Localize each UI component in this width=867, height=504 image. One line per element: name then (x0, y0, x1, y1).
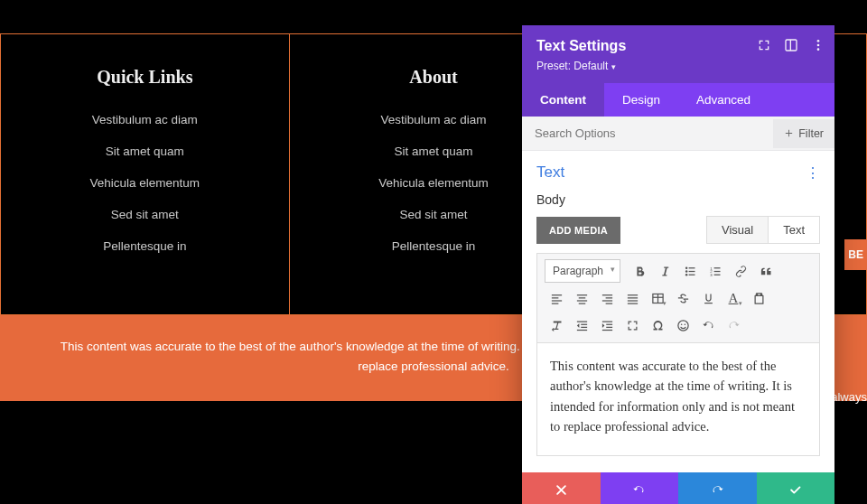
filter-button[interactable]: Filter (773, 119, 834, 148)
footer-link[interactable]: Sit amet quam (10, 145, 280, 158)
paste-button[interactable] (747, 286, 770, 310)
kebab-menu-icon[interactable] (811, 38, 825, 52)
svg-point-2 (817, 40, 820, 42)
align-left-button[interactable] (545, 286, 568, 310)
section-kebab-icon[interactable]: ⋮ (806, 164, 820, 182)
svg-point-45 (680, 323, 682, 325)
svg-rect-14 (713, 270, 720, 271)
close-icon (555, 483, 568, 497)
align-justify-icon (626, 292, 639, 305)
modal-tabs: Content Design Advanced (522, 83, 834, 117)
editor-textarea[interactable]: This content was accurate to the best of… (536, 342, 820, 456)
editor-mode-visual[interactable]: Visual (707, 217, 768, 243)
add-media-button[interactable]: ADD MEDIA (536, 217, 620, 244)
bold-button[interactable] (628, 259, 651, 283)
svg-rect-18 (551, 297, 558, 298)
search-row: Filter (522, 117, 834, 151)
quote-icon (760, 265, 773, 278)
modal-header[interactable]: Text Settings Preset: Default▾ (522, 25, 834, 83)
align-right-button[interactable] (595, 286, 619, 310)
svg-rect-23 (576, 300, 586, 301)
svg-rect-6 (688, 267, 695, 268)
underline-button[interactable] (696, 286, 720, 310)
svg-rect-37 (581, 323, 587, 324)
subscribe-button-peek[interactable]: BE (844, 239, 867, 270)
blockquote-button[interactable] (754, 259, 778, 283)
svg-rect-25 (601, 294, 611, 295)
discard-button[interactable] (522, 472, 601, 504)
italic-button[interactable] (653, 259, 676, 283)
svg-rect-12 (713, 267, 720, 268)
bullet-list-button[interactable] (678, 259, 702, 283)
svg-rect-17 (551, 294, 561, 295)
paragraph-select[interactable]: Paragraph (545, 259, 620, 283)
numbered-list-button[interactable]: 123 (704, 259, 727, 283)
svg-point-3 (817, 44, 820, 47)
svg-rect-32 (627, 303, 637, 303)
chevron-down-icon: ▾ (739, 300, 742, 307)
svg-rect-22 (578, 297, 585, 298)
align-center-button[interactable] (570, 286, 593, 310)
tab-content[interactable]: Content (522, 83, 604, 117)
filter-label: Filter (798, 127, 824, 140)
link-button[interactable] (729, 259, 752, 283)
omega-icon (651, 319, 665, 332)
svg-rect-29 (627, 294, 637, 295)
editor-mode-text[interactable]: Text (768, 217, 819, 243)
preset-dropdown[interactable]: Preset: Default▾ (536, 60, 820, 72)
footer-link[interactable]: Pellentesque in (10, 239, 280, 253)
section-title-text[interactable]: Text (536, 163, 564, 182)
redo-button[interactable] (722, 313, 745, 337)
svg-rect-31 (627, 300, 637, 301)
indent-button[interactable] (595, 313, 619, 337)
svg-point-9 (685, 274, 687, 276)
tab-advanced[interactable]: Advanced (678, 83, 769, 117)
text-settings-modal: Text Settings Preset: Default▾ Content D… (522, 25, 834, 504)
footer-link[interactable]: Sed sit amet (10, 208, 280, 221)
svg-point-4 (817, 48, 820, 51)
chevron-down-icon: ▾ (611, 62, 616, 71)
modal-footer (522, 472, 834, 504)
svg-rect-8 (688, 270, 695, 271)
svg-rect-26 (605, 297, 612, 298)
align-center-icon (575, 292, 589, 305)
emoji-button[interactable] (671, 313, 695, 337)
fullscreen-button[interactable] (620, 313, 644, 337)
undo-button[interactable] (696, 313, 720, 337)
redo-action-button[interactable] (678, 472, 757, 504)
strikethrough-button[interactable] (671, 286, 695, 310)
align-justify-button[interactable] (620, 286, 644, 310)
undo-action-button[interactable] (601, 472, 679, 504)
italic-icon (658, 265, 672, 278)
footer-link[interactable]: Vestibulum ac diam (10, 113, 280, 126)
table-button[interactable]: ▾ (646, 286, 669, 310)
snap-icon[interactable] (784, 38, 798, 52)
special-char-button[interactable] (646, 313, 669, 337)
svg-rect-38 (581, 326, 587, 327)
save-button[interactable] (757, 472, 835, 504)
check-icon (788, 483, 802, 497)
text-color-a-icon: A (729, 291, 739, 306)
svg-point-5 (685, 266, 687, 269)
outdent-button[interactable] (570, 313, 593, 337)
editor-mode-tabs: Visual Text (706, 216, 820, 244)
svg-rect-1 (790, 40, 791, 51)
svg-point-46 (684, 323, 685, 325)
svg-rect-21 (576, 294, 586, 295)
svg-rect-19 (551, 300, 561, 301)
tab-design[interactable]: Design (604, 83, 678, 117)
text-color-button[interactable]: A▾ (722, 286, 745, 310)
always-text-peek: always (831, 390, 867, 404)
underline-icon (702, 292, 715, 305)
footer-link[interactable]: Vehicula elementum (10, 176, 280, 190)
svg-rect-20 (551, 303, 558, 303)
svg-point-44 (677, 320, 687, 330)
body-label: Body (536, 192, 820, 207)
editor-toolbar: Paragraph 123 ▾ A▾ (536, 253, 820, 342)
numbered-list-icon: 123 (709, 265, 722, 278)
search-input[interactable] (522, 117, 773, 150)
svg-rect-40 (601, 321, 611, 322)
link-icon (734, 265, 748, 278)
expand-icon[interactable] (757, 38, 771, 52)
clear-formatting-button[interactable] (545, 313, 568, 337)
